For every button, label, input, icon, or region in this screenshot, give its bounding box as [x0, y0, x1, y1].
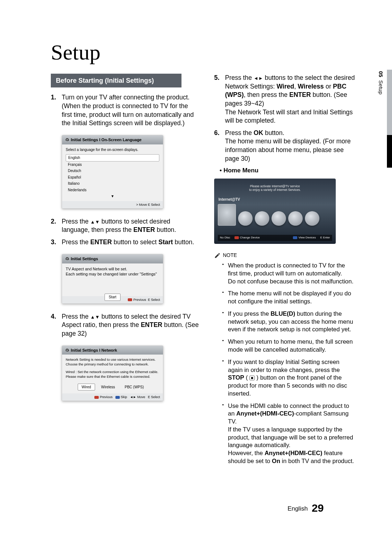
note-item: If you want to display Initial Setting s…: [222, 358, 356, 398]
footer-page-number: 29: [312, 502, 324, 514]
dialog-text: Each setting may be changed later under …: [66, 271, 159, 277]
step-text: Press the ▲▼ buttons to select desired l…: [62, 217, 200, 234]
gear-icon: [65, 348, 69, 352]
side-chapter: 05: [378, 71, 384, 77]
footer-skip: Skip: [121, 395, 127, 399]
network-pbc-button[interactable]: PBC (WPS): [121, 384, 147, 390]
note-label: NOTE: [223, 252, 237, 259]
step-number: 2.: [51, 217, 62, 234]
network-wired-button[interactable]: Wired: [78, 384, 95, 391]
language-option[interactable]: Nederlands: [66, 187, 159, 193]
blue-chip-icon: [293, 236, 297, 239]
step-text: Press the OK button.The home menu will b…: [225, 129, 356, 163]
home-tile-icon[interactable]: [288, 211, 303, 226]
blue-chip-icon: [115, 396, 120, 399]
language-option[interactable]: Français: [66, 161, 159, 168]
language-list: English Français Deutsch Español Italian…: [66, 154, 159, 193]
footer-previous: Previous: [100, 395, 113, 399]
dialog-header: Initial Settings I On-Screen Language: [62, 135, 163, 144]
dialog-title: Initial Settings: [71, 256, 98, 262]
dialog-title: Initial Settings I On-Screen Language: [71, 137, 142, 143]
section-ribbon: Before Starting (Initial Settings): [51, 74, 181, 87]
dialog-text: Please make sure that the Ethernet cable…: [66, 375, 159, 379]
step-number: 3.: [51, 238, 62, 247]
step-number: 1.: [51, 93, 62, 128]
dialog-title: Initial Settings I Network: [71, 348, 117, 353]
home-tile-icon[interactable]: [255, 211, 269, 226]
dialog-text: Wired : Set the network connection using…: [66, 370, 159, 375]
step-text: Press the ▲▼ buttons to select the desir…: [62, 312, 200, 338]
note-item: If you press the BLUE(D) button during t…: [222, 310, 356, 334]
side-tab: 05 Setup: [383, 70, 392, 168]
note-item: Use the HDMI cable to connect the produc…: [222, 402, 356, 465]
note-header: NOTE: [214, 252, 356, 259]
home-menu-figure: Please activate Internet@TV service to e…: [214, 179, 336, 244]
dialog-header: Initial Settings I Network: [62, 346, 163, 355]
dialog-text: TV Aspect and Network will be set.: [66, 266, 159, 272]
dialog-caption: Select a language for the on-screen disp…: [66, 147, 159, 152]
scroll-down-icon: ▼: [66, 194, 159, 199]
page-title: Setup: [51, 40, 356, 65]
step-text: Press the ◄► buttons to the select the d…: [225, 74, 356, 125]
step-number: 4.: [51, 312, 62, 338]
footer-move: Move: [137, 395, 145, 399]
home-foot-nodisc: No Disc: [220, 236, 230, 240]
dialog-text: Choose the primary method for connecting…: [66, 362, 159, 367]
note-item: When the product is connected to TV for …: [222, 262, 356, 285]
step-number: 5.: [214, 74, 225, 125]
dialog-initial-settings: Initial Settings TV Aspect and Network w…: [62, 254, 163, 304]
dialog-text: Network Setting is needed to use various…: [66, 357, 159, 362]
home-tile-icon[interactable]: [271, 211, 286, 226]
footer-select: Select: [151, 298, 160, 302]
home-foot-view: View Devices: [298, 236, 316, 239]
dialog-footer: > Move E Select: [62, 201, 163, 208]
home-tile-large[interactable]: [218, 204, 236, 226]
language-option[interactable]: Español: [66, 174, 159, 181]
gear-icon: [65, 257, 69, 261]
home-banner-line2: to enjoy a variety of Internet Services.: [249, 188, 301, 192]
red-chip-icon: [128, 298, 132, 301]
network-wireless-button[interactable]: Wireless: [98, 384, 119, 390]
home-tile-icon[interactable]: [305, 211, 319, 226]
language-option[interactable]: Italiano: [66, 180, 159, 187]
step-number: 6.: [214, 129, 225, 163]
footer-previous: Previous: [133, 298, 146, 302]
page-footer: English 29: [287, 502, 324, 514]
home-banner-line1: Please activate Internet@TV service: [250, 184, 300, 188]
gear-icon: [65, 138, 69, 142]
dialog-language: Initial Settings I On-Screen Language Se…: [62, 135, 163, 209]
note-item: When you return to home menu, the full s…: [222, 338, 356, 354]
start-button[interactable]: Start: [105, 294, 120, 301]
home-foot-change: Change Device: [240, 236, 260, 239]
home-tile-icon[interactable]: [238, 211, 253, 226]
step-text: Turn on your TV after connecting the pro…: [62, 93, 200, 128]
step-text: Press the ENTER button to select Start b…: [62, 238, 200, 247]
home-menu-label: • Home Menu: [220, 167, 356, 175]
language-option[interactable]: English: [66, 154, 159, 161]
dialog-header: Initial Settings: [62, 254, 163, 263]
red-chip-icon: [234, 236, 239, 239]
home-foot-enter: Enter: [323, 236, 330, 239]
language-option[interactable]: Deutsch: [66, 168, 159, 174]
dialog-footer: Previous Skip ◄► Move E Select: [62, 393, 163, 401]
dialog-network: Initial Settings I Network Network Setti…: [62, 345, 163, 401]
side-name: Setup: [378, 80, 384, 94]
note-item: The home menu will not be displayed if y…: [222, 290, 356, 306]
pencil-icon: [214, 252, 221, 259]
home-internet-label: Internet@TV: [219, 197, 332, 202]
footer-language: English: [287, 505, 308, 512]
red-chip-icon: [94, 396, 99, 399]
footer-select: Select: [151, 395, 160, 399]
